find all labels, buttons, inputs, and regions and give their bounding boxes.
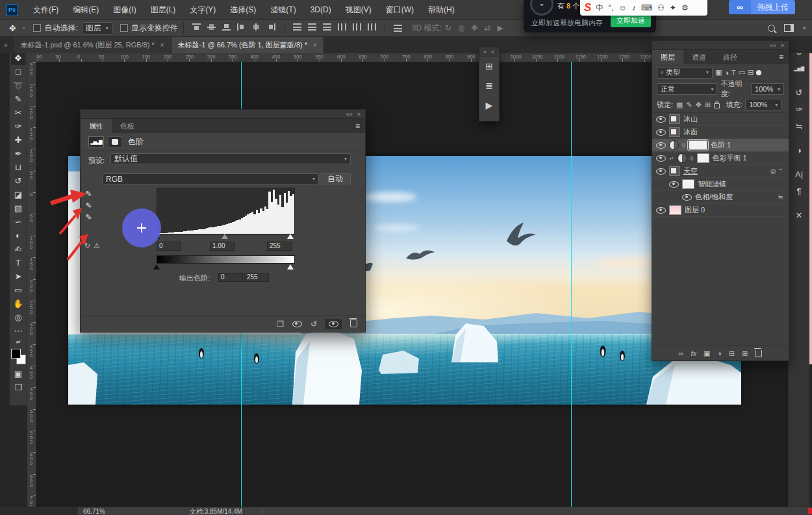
tab-swatches[interactable]: 色板 <box>112 119 143 133</box>
swap-colors-icon[interactable]: ⇄ <box>16 339 21 345</box>
keyboard-icon[interactable]: ⌨ <box>641 3 652 12</box>
brush-settings-panel-icon[interactable]: ✑ <box>791 102 807 117</box>
3d-orbit-icon[interactable]: ↻ <box>445 23 451 32</box>
search-icon[interactable] <box>768 25 775 32</box>
quick-mask-icon[interactable]: ▣ <box>11 367 25 381</box>
tab-channels[interactable]: 通道 <box>683 50 715 64</box>
output-shadow-field[interactable]: 0 <box>218 273 243 282</box>
output-highlight-field[interactable]: 255 <box>244 273 269 282</box>
visibility-eye-icon[interactable] <box>656 129 666 136</box>
layer-row[interactable]: 冰面 <box>652 126 789 139</box>
layer-row[interactable]: 色相/饱和度≒ <box>652 191 789 204</box>
smart-filter-options-icon[interactable]: ≒ <box>778 194 783 201</box>
document-tab-active[interactable]: 未标题-1 @ 66.7% (色阶 1, 图层蒙版/8) *× <box>171 36 324 53</box>
layer-name[interactable]: 色阶 1 <box>711 140 731 150</box>
chinese-mode-icon[interactable]: 中 <box>596 3 603 14</box>
close-tab-icon[interactable]: × <box>313 42 317 49</box>
collapse-icon[interactable]: «« <box>770 42 776 49</box>
history-panel-icon[interactable]: ↺ <box>791 85 807 100</box>
filter-shape-layers-icon[interactable]: ▭ <box>739 68 745 77</box>
layer-name[interactable]: 智能滤镜 <box>698 179 726 189</box>
gray-point-eyedropper-icon[interactable]: ✎ <box>84 202 94 208</box>
smart-filter-badge-icon[interactable]: ◎ ⌃ <box>770 168 783 175</box>
distribute-hcenter-icon[interactable] <box>353 23 361 31</box>
distribute-spacing-icon[interactable] <box>394 25 402 32</box>
black-point-eyedropper-icon[interactable]: ✎ <box>84 190 94 197</box>
layer-name[interactable]: 色彩平衡 1 <box>713 153 747 163</box>
upload-overlay-badge[interactable]: ∞ 拖拽上传 <box>729 0 795 14</box>
align-bottom-icon[interactable] <box>222 23 231 31</box>
visibility-eye-icon[interactable] <box>669 181 679 188</box>
menu-item[interactable]: 图像(I) <box>106 0 143 19</box>
document-tab[interactable]: 未标题-1.psd @ 61.6% (图层 25, RGB/8) *× <box>14 36 171 53</box>
clone-stamp-tool[interactable]: ⊔ <box>11 160 25 174</box>
healing-brush-tool[interactable]: ✚ <box>11 133 25 147</box>
panel-menu-icon[interactable]: ≡ <box>779 53 783 62</box>
smudge-tool[interactable]: ∽ <box>11 215 25 229</box>
new-layer-icon[interactable]: ⊞ <box>742 349 748 358</box>
menu-item[interactable]: 帮助(H) <box>421 0 462 19</box>
tab-layers[interactable]: 图层 <box>652 50 683 64</box>
adjustments-panel-icon[interactable]: ◑ <box>791 143 807 158</box>
toolbox-icon[interactable]: ⚙ <box>681 3 689 12</box>
close-icon[interactable]: × <box>357 111 361 118</box>
history-brush-tool[interactable]: ↺ <box>11 174 25 188</box>
highlight-input-slider[interactable] <box>287 234 294 239</box>
collapse-icon[interactable]: » <box>483 49 487 55</box>
rectangular-marquee-tool[interactable]: □ <box>11 65 25 79</box>
workspace-caret-icon[interactable]: ▾ <box>803 25 806 31</box>
white-point-eyedropper-icon[interactable]: ✎ <box>84 214 94 220</box>
layer-row[interactable]: 天空◎ ⌃ <box>652 165 789 178</box>
gradient-tool[interactable]: ▧ <box>11 201 25 215</box>
lock-transparency-icon[interactable]: ▦ <box>676 101 683 109</box>
layer-mask-thumbnail[interactable] <box>697 153 709 163</box>
filter-adjustment-layers-icon[interactable]: ◑ <box>724 69 729 77</box>
actions-play-icon[interactable]: ▶ <box>479 95 499 115</box>
auto-button[interactable]: 自动 <box>320 173 351 184</box>
align-hcenter-icon[interactable] <box>252 23 260 31</box>
filter-mask-thumbnail[interactable] <box>682 179 694 189</box>
filter-toggle-icon[interactable] <box>756 70 761 75</box>
filter-smart-objects-icon[interactable]: ⊟ <box>748 68 754 77</box>
dodge-tool[interactable]: ◐ <box>11 229 25 242</box>
distribute-bottom-icon[interactable] <box>323 23 331 31</box>
delete-layer-icon[interactable] <box>755 350 762 357</box>
adjustment-icon[interactable] <box>678 153 687 163</box>
voice-input-icon[interactable]: ♪ <box>632 3 636 12</box>
shadow-input-field[interactable]: 0 <box>157 242 181 251</box>
view-previous-state-icon[interactable] <box>292 321 302 327</box>
histogram-refresh-icon[interactable]: ↻ <box>84 242 90 250</box>
layer-name[interactable]: 图层 0 <box>685 205 705 215</box>
layer-row[interactable]: ↵8色彩平衡 1 <box>652 152 789 165</box>
blend-mode-dropdown[interactable]: 正常▾ <box>657 83 717 95</box>
midtone-input-field[interactable]: 1.00 <box>210 242 235 251</box>
tab-paths[interactable]: 路径 <box>715 50 746 64</box>
pen-tool[interactable]: ✍ <box>11 242 25 256</box>
clone-source-panel-icon[interactable]: ≒ <box>791 119 807 134</box>
fill-dropdown[interactable]: 100%▾ <box>745 99 781 110</box>
show-transform-checkbox[interactable] <box>120 24 128 32</box>
accelerate-button[interactable]: 立即加速 <box>611 14 651 27</box>
mask-badge-icon[interactable] <box>108 136 122 147</box>
layer-style-icon[interactable]: fx <box>691 349 696 357</box>
align-right-icon[interactable] <box>267 23 275 31</box>
sogou-logo-icon[interactable]: S <box>584 1 591 14</box>
filter-pixel-layers-icon[interactable]: ▣ <box>715 68 722 77</box>
toggle-visibility-button[interactable] <box>325 319 342 329</box>
distribute-top-icon[interactable] <box>293 23 301 31</box>
visibility-eye-icon[interactable] <box>656 207 666 214</box>
move-tool-icon[interactable]: ✥ <box>9 23 16 33</box>
highlight-input-field[interactable]: 255 <box>267 242 292 251</box>
new-group-icon[interactable]: ⊟ <box>729 349 735 358</box>
close-icon[interactable]: × <box>781 42 784 49</box>
align-vcenter-icon[interactable] <box>207 23 216 31</box>
status-chevron-icon[interactable]: 〉 <box>260 507 267 515</box>
menu-item[interactable]: 窗口(W) <box>379 0 421 19</box>
align-left-icon[interactable] <box>237 23 246 31</box>
smart-object-thumbnail[interactable] <box>669 114 680 124</box>
channel-dropdown[interactable]: RGB▾ <box>102 173 319 184</box>
clip-to-layer-icon[interactable]: ❐ <box>277 320 284 329</box>
auto-select-checkbox[interactable] <box>33 24 41 32</box>
reset-adjustment-icon[interactable]: ↺ <box>311 320 317 329</box>
tab-properties[interactable]: 属性 <box>81 119 112 133</box>
